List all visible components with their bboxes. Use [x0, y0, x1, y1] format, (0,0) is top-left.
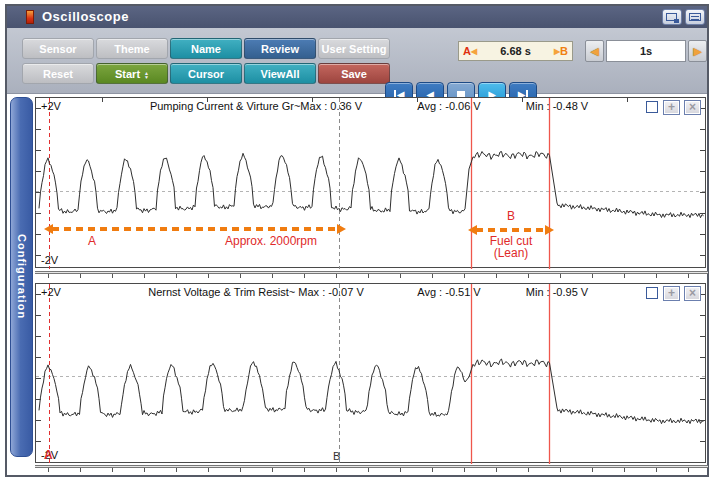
- oscilloscope-window: Oscilloscope Sensor Theme Name Review Us…: [5, 4, 709, 477]
- range-b-arrow: [476, 228, 546, 232]
- spinner-arrows-icon: ▲▼: [144, 71, 149, 79]
- close-icon: ×: [689, 100, 696, 114]
- channel-min: Min : -0.95 V: [502, 286, 612, 298]
- user-setting-button[interactable]: User Setting: [318, 38, 390, 59]
- plus-icon: +: [668, 286, 675, 300]
- configuration-label: Configuration: [16, 234, 28, 319]
- window-title: Oscilloscope: [42, 9, 129, 24]
- x-axis-panel-1: [35, 271, 708, 278]
- cursor-button[interactable]: Cursor: [170, 63, 242, 84]
- waveform-plot-1: [36, 98, 707, 269]
- channel-checkbox[interactable]: [646, 101, 658, 113]
- channel-title-max: Nernst Voltage & Trim Resist~ Max : -0.0…: [106, 286, 406, 298]
- range-a-arrow: [52, 227, 338, 231]
- channel-checkbox[interactable]: [646, 287, 658, 299]
- window-layout-button[interactable]: [685, 9, 705, 25]
- window-restore-button[interactable]: [662, 9, 682, 25]
- left-axis-ticks: [36, 294, 41, 454]
- x-axis-panel-2: [35, 465, 708, 472]
- add-channel-button[interactable]: +: [663, 286, 680, 301]
- cursor-b-marker[interactable]: B: [333, 450, 340, 462]
- channel-title-max: Pumping Current & Virture Gr~Max : 0.36 …: [106, 100, 406, 112]
- window-restore-icon: [666, 13, 677, 21]
- reset-button[interactable]: Reset: [22, 63, 94, 84]
- close-icon: ×: [689, 286, 696, 300]
- close-channel-button[interactable]: ×: [684, 100, 701, 115]
- right-arrow-icon: ▶: [693, 45, 701, 57]
- sensor-button[interactable]: Sensor: [22, 38, 94, 59]
- waveform-plot-2: [36, 284, 707, 464]
- viewall-button[interactable]: ViewAll: [244, 63, 316, 84]
- scope-panel-pumping-current: +2V Pumping Current & Virture Gr~Max : 0…: [35, 97, 706, 268]
- annotation-lean: (Lean): [461, 246, 561, 260]
- save-button[interactable]: Save: [318, 63, 390, 84]
- plus-icon: +: [668, 100, 675, 114]
- right-axis-ticks: [700, 108, 705, 259]
- configuration-sidebar-tab[interactable]: Configuration: [10, 97, 33, 457]
- toolbar: Sensor Theme Name Review User Setting Re…: [7, 28, 707, 94]
- theme-button[interactable]: Theme: [96, 38, 168, 59]
- window-layout-icon: [689, 13, 701, 21]
- left-axis-ticks: [36, 108, 41, 259]
- y-max-label: +2V: [41, 100, 61, 112]
- ab-time-value: 6.68 s: [477, 45, 554, 57]
- ab-time-readout[interactable]: A ◀ 6.68 s ▶ B: [458, 41, 573, 61]
- title-bar: Oscilloscope: [7, 6, 707, 28]
- cursor-a-label: A: [463, 45, 471, 57]
- start-button-label: Start: [115, 68, 140, 80]
- right-axis-ticks: [700, 294, 705, 454]
- time-step-increase-button[interactable]: ▶: [688, 40, 707, 62]
- annotation-rpm: Approx. 2000rpm: [176, 234, 366, 248]
- app-icon: [26, 10, 34, 24]
- channel-min: Min : -0.48 V: [502, 100, 612, 112]
- left-arrow-icon: ◀: [590, 45, 598, 57]
- annotation-b: B: [472, 209, 550, 223]
- time-step-value[interactable]: 1s: [606, 40, 686, 62]
- close-channel-button[interactable]: ×: [684, 286, 701, 301]
- review-button[interactable]: Review: [244, 38, 316, 59]
- start-button[interactable]: Start▲▼: [96, 63, 168, 84]
- y-min-label: -2V: [41, 254, 58, 266]
- scope-panel-nernst-voltage: +2V Nernst Voltage & Trim Resist~ Max : …: [35, 283, 706, 463]
- channel-avg: Avg : -0.06 V: [394, 100, 504, 112]
- add-channel-button[interactable]: +: [663, 100, 680, 115]
- cursor-b-label: B: [560, 45, 568, 57]
- cursor-a-marker[interactable]: A: [44, 448, 53, 462]
- time-step-decrease-button[interactable]: ◀: [585, 40, 604, 62]
- name-button[interactable]: Name: [170, 38, 242, 59]
- channel-avg: Avg : -0.51 V: [394, 286, 504, 298]
- y-max-label: +2V: [41, 286, 61, 298]
- annotation-a: A: [88, 234, 96, 248]
